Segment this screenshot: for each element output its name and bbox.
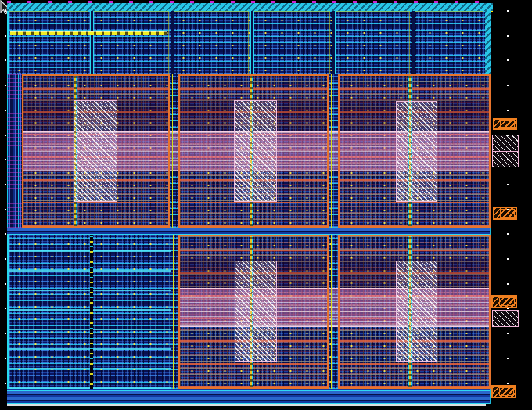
grid-dot [5, 159, 6, 160]
orange-pin-marker[interactable] [493, 118, 517, 130]
grid-dot [507, 308, 509, 309]
block-gap-channel [329, 235, 338, 389]
cell-block-outline[interactable] [334, 11, 410, 74]
left-edge-line [7, 235, 9, 389]
grid-dot [507, 358, 509, 359]
white-hatch-overlay [74, 100, 117, 202]
grid-dot [507, 135, 509, 136]
grid-dot [5, 85, 6, 86]
marker-inner-cell [499, 297, 515, 306]
selected-net-wire[interactable] [10, 31, 167, 35]
cell-block-outline[interactable] [414, 11, 483, 74]
grid-dot [507, 209, 509, 210]
white-hatch-overlay [234, 100, 277, 202]
routing-row-lines [7, 235, 171, 389]
grid-dot [5, 333, 6, 334]
block-gap-channel [170, 74, 178, 228]
marker-inner-cell [499, 387, 514, 396]
pink-pin-marker[interactable] [492, 310, 519, 327]
grid-dot [5, 59, 6, 61]
grid-dot [5, 308, 6, 309]
grid-dot [507, 110, 509, 111]
orange-pin-marker[interactable] [493, 207, 517, 220]
grid-dot [507, 59, 509, 61]
layout-canvas[interactable] [0, 0, 532, 410]
white-hatch-overlay [396, 101, 437, 202]
right-edge-strap [485, 11, 491, 74]
grid-dot [507, 333, 509, 334]
cell-block-outline[interactable] [173, 11, 249, 74]
bottom-frame-line [7, 404, 486, 406]
cell-block-outline[interactable] [9, 11, 88, 74]
grid-dot [5, 258, 6, 260]
pink-pin-marker[interactable] [492, 135, 519, 167]
grid-dot [507, 184, 509, 185]
grid-dot [5, 184, 6, 185]
block-gap-channel [171, 235, 178, 389]
grid-dot [507, 10, 509, 12]
grid-dot [5, 283, 6, 285]
row-separator-strip [7, 228, 491, 235]
grid-dot [507, 233, 509, 235]
column-divider [412, 11, 415, 74]
grid-dot [507, 283, 509, 285]
grid-dot [5, 10, 6, 12]
grid-dot [5, 35, 6, 37]
orange-pin-marker[interactable] [491, 385, 516, 398]
block-gap-channel [329, 74, 338, 228]
grid-dot [507, 35, 509, 37]
bottom-left-cell-region[interactable] [7, 235, 171, 389]
grid-dot [5, 358, 6, 359]
marker-cell-divider [493, 151, 518, 152]
column-divider [332, 11, 336, 74]
white-hatch-overlay [396, 261, 437, 362]
grid-dot [5, 135, 6, 136]
column-divider [171, 11, 174, 74]
cell-block-outline[interactable] [92, 11, 169, 74]
cell-block-outline[interactable] [253, 11, 330, 74]
grid-dot [5, 233, 6, 235]
grid-dot [507, 85, 509, 86]
column-divider [250, 11, 254, 74]
grid-dot [507, 383, 509, 384]
column-divider [90, 11, 94, 74]
bottom-strip [7, 389, 491, 404]
left-rail-column [7, 74, 22, 228]
cell-column-divider [90, 235, 93, 389]
white-hatch-overlay [235, 261, 277, 362]
grid-dot [5, 209, 6, 210]
grid-dot [5, 383, 6, 384]
marker-inner-cell [500, 120, 515, 128]
grid-dot [507, 159, 509, 160]
grid-dot [5, 110, 6, 111]
orange-pin-marker[interactable] [491, 295, 517, 308]
grid-dot [507, 258, 509, 260]
